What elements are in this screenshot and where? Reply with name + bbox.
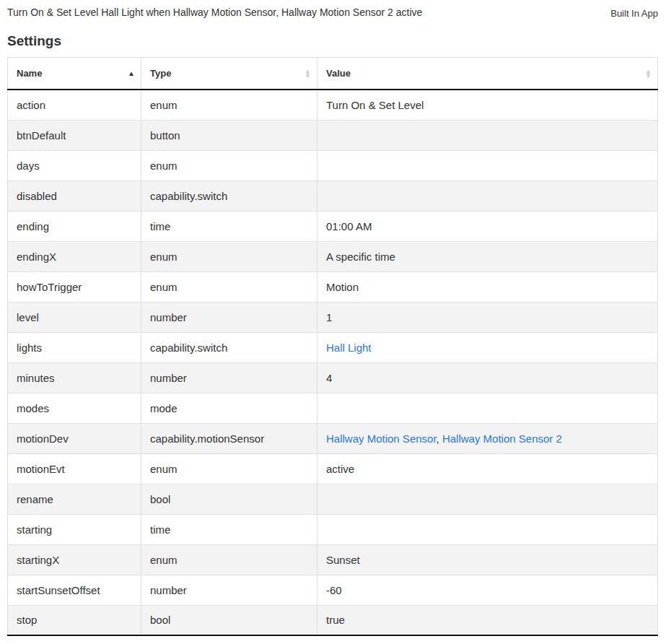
cell-name: starting — [8, 514, 141, 544]
table-row: stopbooltrue — [8, 605, 658, 635]
cell-type: enum — [141, 90, 317, 120]
sort-down-glyph: ▼ — [304, 74, 311, 78]
app-title: Turn On & Set Level Hall Light when Hall… — [7, 6, 422, 19]
section-title: Settings — [7, 33, 658, 49]
table-row: motionDevcapability.motionSensorHallway … — [8, 423, 658, 453]
cell-type: number — [141, 362, 317, 393]
cell-type: capability.switch — [141, 332, 317, 362]
cell-type: bool — [141, 605, 317, 635]
cell-value: 1 — [317, 302, 658, 332]
cell-type: button — [141, 120, 317, 150]
table-row: startingXenumSunset — [8, 544, 658, 575]
cell-value: 4 — [317, 362, 658, 393]
column-header-value[interactable]: Value ▲ ▼ — [317, 58, 658, 90]
table-row: disabledcapability.switch — [8, 180, 658, 211]
cell-name: motionEvt — [8, 453, 141, 484]
column-label-type: Type — [150, 68, 171, 79]
cell-value — [317, 393, 658, 423]
table-row: lightscapability.switchHall Light — [8, 332, 658, 362]
cell-name: modes — [8, 393, 141, 423]
topbar: Turn On & Set Level Hall Light when Hall… — [7, 6, 658, 19]
cell-type: enum — [141, 271, 317, 302]
cell-value: Motion — [317, 271, 658, 302]
column-header-type[interactable]: Type ▲ ▼ — [141, 58, 317, 90]
cell-name: howToTrigger — [8, 271, 141, 302]
cell-value: Turn On & Set Level — [317, 90, 658, 120]
sort-down-glyph: ▼ — [645, 74, 652, 78]
cell-name: action — [8, 90, 141, 120]
cell-name: btnDefault — [8, 120, 141, 150]
cell-type: bool — [141, 484, 317, 514]
cell-type: time — [141, 514, 317, 544]
cell-type: mode — [141, 393, 317, 423]
cell-name: stop — [8, 605, 141, 635]
column-label-name: Name — [17, 68, 42, 79]
table-row: motionEvtenumactive — [8, 453, 658, 484]
cell-type: number — [141, 302, 317, 332]
cell-name: lights — [8, 332, 141, 362]
page: Turn On & Set Level Hall Light when Hall… — [0, 0, 666, 644]
cell-name: startSunsetOffset — [8, 575, 141, 605]
cell-value: -60 — [317, 575, 658, 605]
column-label-value: Value — [326, 68, 351, 79]
table-row: howToTriggerenumMotion — [8, 271, 658, 302]
table-row: daysenum — [8, 150, 658, 180]
sort-unsorted-icon: ▲ ▼ — [645, 69, 652, 78]
table-row: startSunsetOffsetnumber-60 — [8, 575, 658, 605]
table-row: renamebool — [8, 484, 658, 514]
app-type-badge: Built In App — [610, 6, 658, 19]
cell-name: level — [8, 302, 141, 332]
cell-value: true — [317, 605, 658, 635]
sort-ascending-icon: ▲ — [128, 70, 135, 77]
cell-name: ending — [8, 211, 141, 241]
cell-name: motionDev — [8, 423, 141, 453]
cell-value — [317, 150, 658, 180]
cell-type: enum — [141, 241, 317, 271]
cell-type: enum — [141, 544, 317, 575]
column-header-name[interactable]: Name ▲ — [8, 58, 141, 90]
device-link[interactable]: Hall Light — [326, 341, 372, 354]
cell-name: days — [8, 150, 141, 180]
cell-type: enum — [141, 150, 317, 180]
cell-value — [317, 120, 658, 150]
cell-name: rename — [8, 484, 141, 514]
sort-unsorted-icon: ▲ ▼ — [304, 69, 311, 78]
settings-table: Name ▲ Type ▲ ▼ Value ▲ ▼ — [7, 57, 658, 636]
cell-type: time — [141, 211, 317, 241]
cell-type: capability.motionSensor — [141, 423, 317, 453]
table-row: minutesnumber4 — [8, 362, 658, 393]
cell-value: Sunset — [317, 544, 658, 575]
cell-value: A specific time — [317, 241, 658, 271]
cell-value: Hallway Motion Sensor, Hallway Motion Se… — [317, 423, 658, 453]
cell-value: Hall Light — [317, 332, 658, 362]
cell-type: capability.switch — [141, 180, 317, 211]
cell-name: endingX — [8, 241, 141, 271]
table-row: actionenumTurn On & Set Level — [8, 90, 658, 120]
cell-name: minutes — [8, 362, 141, 393]
settings-table-body: actionenumTurn On & Set LevelbtnDefaultb… — [8, 90, 658, 635]
table-row: endingXenumA specific time — [8, 241, 658, 271]
cell-value — [317, 514, 658, 544]
cell-value — [317, 484, 658, 514]
table-row: levelnumber1 — [8, 302, 658, 332]
cell-value: active — [317, 453, 658, 484]
device-link[interactable]: Hallway Motion Sensor — [326, 432, 437, 445]
cell-type: number — [141, 575, 317, 605]
table-row: startingtime — [8, 514, 658, 544]
cell-name: disabled — [8, 180, 141, 211]
cell-value — [317, 180, 658, 211]
table-header-row: Name ▲ Type ▲ ▼ Value ▲ ▼ — [8, 58, 658, 90]
table-row: endingtime01:00 AM — [8, 211, 658, 241]
cell-value: 01:00 AM — [317, 211, 658, 241]
device-link[interactable]: Hallway Motion Sensor 2 — [442, 432, 562, 445]
table-row: btnDefaultbutton — [8, 120, 658, 150]
cell-name: startingX — [8, 544, 141, 575]
cell-type: enum — [141, 453, 317, 484]
table-row: modesmode — [8, 393, 658, 423]
